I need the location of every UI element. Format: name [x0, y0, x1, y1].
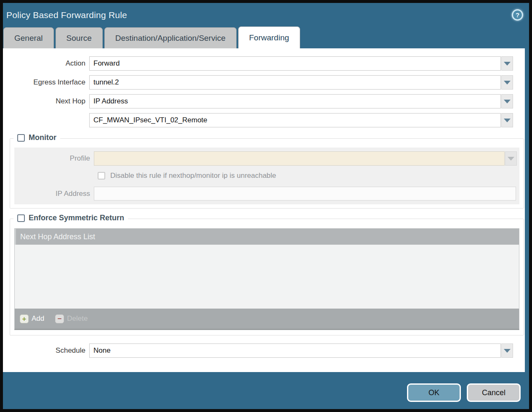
schedule-label: Schedule: [3, 346, 89, 355]
forwarding-tab-panel: Action Forward Egress Interface tunnel.2…: [3, 48, 525, 372]
enforce-symmetric-return-section: Enforce Symmetric Return Next Hop Addres…: [10, 219, 524, 335]
help-icon[interactable]: ?: [512, 9, 523, 21]
enforce-symmetric-return-legend: Enforce Symmetric Return: [13, 214, 128, 222]
chevron-down-icon: [508, 157, 514, 161]
delete-button-label: Delete: [67, 314, 88, 323]
disable-rule-checkbox[interactable]: [98, 172, 105, 180]
next-hop-table-toolbar: + Add − Delete: [15, 309, 519, 329]
add-button[interactable]: + Add: [20, 314, 44, 323]
next-hop-address-list-header: Next Hop Address List: [15, 229, 519, 245]
chevron-down-icon: [504, 100, 511, 103]
next-hop-address-list-body[interactable]: [15, 245, 519, 309]
cancel-button[interactable]: Cancel: [467, 383, 521, 402]
disable-rule-label: Disable this rule if nexthop/monitor ip …: [110, 172, 276, 180]
enforce-symmetric-return-label: Enforce Symmetric Return: [29, 214, 124, 222]
monitor-legend: Monitor: [13, 133, 60, 142]
monitor-body: Profile Disable this rule if nexthop/mon…: [14, 148, 519, 204]
next-hop-address-dropdown-button[interactable]: [501, 113, 513, 127]
schedule-row: Schedule None: [3, 343, 513, 358]
action-row: Action Forward: [3, 56, 513, 71]
chevron-down-icon: [504, 349, 511, 353]
add-button-label: Add: [32, 314, 44, 323]
monitor-ip-address-input[interactable]: [94, 187, 516, 201]
plus-icon: +: [20, 314, 29, 323]
next-hop-type-select[interactable]: IP Address: [89, 94, 513, 108]
egress-interface-select[interactable]: tunnel.2: [89, 75, 513, 90]
egress-interface-row: Egress Interface tunnel.2: [3, 75, 513, 90]
egress-interface-label: Egress Interface: [3, 78, 89, 87]
chevron-down-icon: [504, 81, 511, 85]
minus-icon: −: [55, 314, 64, 323]
monitor-ip-address-row: IP Address: [14, 187, 517, 201]
tab-destination-application-service[interactable]: Destination/Application/Service: [104, 27, 237, 48]
chevron-down-icon: [504, 119, 511, 122]
title-bar: Policy Based Forwarding Rule ?: [3, 3, 529, 27]
tab-bar: General Source Destination/Application/S…: [3, 27, 529, 48]
next-hop-dropdown-button[interactable]: [501, 94, 513, 108]
disable-rule-row: Disable this rule if nexthop/monitor ip …: [14, 172, 519, 180]
tab-source[interactable]: Source: [56, 27, 103, 48]
next-hop-address-value[interactable]: CF_MWAN_IPsec_VTI_02_Remote: [89, 113, 501, 127]
monitor-legend-label: Monitor: [29, 133, 56, 142]
action-label: Action: [3, 59, 89, 68]
ok-button[interactable]: OK: [407, 383, 461, 402]
egress-interface-value[interactable]: tunnel.2: [89, 75, 501, 90]
next-hop-label: Next Hop: [3, 97, 89, 106]
action-select[interactable]: Forward: [89, 56, 513, 71]
next-hop-row: Next Hop IP Address: [3, 94, 513, 108]
next-hop-type-value[interactable]: IP Address: [89, 94, 501, 108]
next-hop-address-table: Next Hop Address List + Add − Delete: [14, 228, 519, 330]
schedule-select[interactable]: None: [89, 343, 513, 358]
dialog-footer: OK Cancel: [3, 372, 529, 409]
profile-dropdown-button[interactable]: [505, 151, 517, 166]
profile-row: Profile: [14, 151, 517, 166]
monitor-ip-address-label: IP Address: [14, 190, 94, 198]
profile-label: Profile: [14, 154, 94, 163]
action-value[interactable]: Forward: [89, 56, 501, 71]
schedule-value[interactable]: None: [89, 343, 501, 358]
enforce-symmetric-return-checkbox[interactable]: [17, 214, 25, 222]
chevron-down-icon: [504, 62, 511, 66]
pbf-rule-dialog: Policy Based Forwarding Rule ? General S…: [0, 0, 532, 412]
monitor-checkbox[interactable]: [17, 134, 25, 142]
delete-button[interactable]: − Delete: [55, 314, 88, 323]
profile-value[interactable]: [94, 151, 505, 166]
tab-general[interactable]: General: [3, 27, 54, 48]
next-hop-address-row: CF_MWAN_IPsec_VTI_02_Remote: [3, 113, 513, 127]
egress-interface-dropdown-button[interactable]: [501, 75, 513, 90]
profile-select[interactable]: [94, 151, 517, 166]
action-dropdown-button[interactable]: [501, 56, 513, 71]
schedule-dropdown-button[interactable]: [501, 343, 513, 358]
next-hop-address-select[interactable]: CF_MWAN_IPsec_VTI_02_Remote: [89, 113, 513, 127]
monitor-section: Monitor Profile Disable this rule if nex…: [10, 138, 524, 209]
tab-forwarding[interactable]: Forwarding: [238, 26, 300, 48]
dialog-title: Policy Based Forwarding Rule: [6, 10, 127, 20]
